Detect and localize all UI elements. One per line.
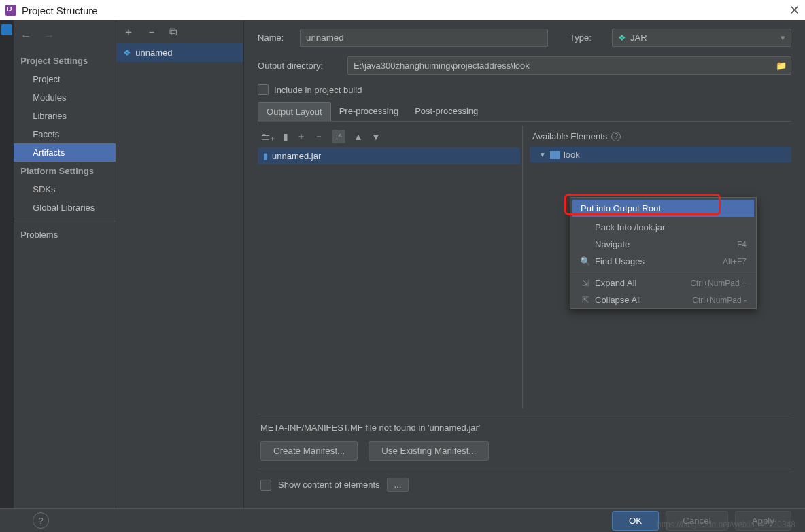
help-icon[interactable]: ? [611,132,621,141]
titlebar: Project Structure ✕ [0,0,805,20]
add-copy-icon[interactable]: ＋ [296,130,306,143]
disclose-icon[interactable]: ▼ [539,151,546,158]
gutter-icon [1,24,12,35]
context-menu-navigate[interactable]: Navigate F4 [570,236,756,253]
context-menu-pack-into[interactable]: Pack Into /look.jar [570,219,756,236]
manifest-area: META-INF/MANIFEST.MF file not found in '… [258,414,791,469]
expand-icon: ⇲ [580,278,591,288]
down-arrow-icon[interactable]: ▼ [371,131,381,142]
section-platform-settings: Platform Settings [14,162,116,180]
context-menu-collapse-all[interactable]: ⇱ Collapse All Ctrl+NumPad - [570,291,756,308]
name-label: Name: [258,33,292,43]
sort-icon[interactable]: ↓ᴬ [332,130,345,143]
available-header-label: Available Elements [532,131,607,141]
create-manifest-button[interactable]: Create Manifest... [260,441,358,461]
type-value: JAR [630,33,647,43]
tab-post-processing[interactable]: Post-processing [407,102,486,121]
use-existing-manifest-button[interactable]: Use Existing Manifest... [369,441,489,461]
sidebar-item-modules[interactable]: Modules [14,88,116,107]
section-project-settings: Project Settings [14,52,116,70]
output-dir-label: Output directory: [258,60,339,71]
show-content-checkbox[interactable] [260,480,271,491]
ok-button[interactable]: OK [612,511,659,531]
jar-type-icon: ❖ [618,33,626,43]
window-title: Project Structure [22,5,98,16]
menu-separator [570,272,756,272]
output-layout-pane: 🗀₊ ▮ ＋ － ↓ᴬ ▲ ▼ ▮ unnamed.jar [258,126,523,408]
type-label: Type: [570,33,604,43]
remove-item-icon[interactable]: － [314,130,324,143]
sidebar-item-artifacts[interactable]: Artifacts [14,143,116,162]
tabs: Output Layout Pre-processing Post-proces… [258,102,791,122]
folder-browse-icon[interactable]: 📁 [776,60,787,71]
sidebar: ← → Project Settings Project Modules Lib… [14,20,116,508]
archive-icon: ▮ [263,151,268,161]
up-arrow-icon[interactable]: ▲ [354,131,363,142]
footer-help-icon[interactable]: ? [33,512,49,529]
show-content-label: Show content of elements [278,480,380,490]
context-menu-put-into-output-root[interactable]: Put into Output Root [572,200,754,217]
type-select[interactable]: ❖ JAR [612,29,791,47]
sidebar-item-facets[interactable]: Facets [14,125,116,143]
module-icon [550,151,560,159]
sidebar-item-project[interactable]: Project [14,70,116,88]
include-build-label: Include in project build [274,85,362,95]
sidebar-item-libraries[interactable]: Libraries [14,107,116,125]
tab-output-layout[interactable]: Output Layout [258,102,331,121]
name-input[interactable] [300,29,548,47]
available-module-row[interactable]: ▼ look [530,147,791,162]
forward-arrow-icon[interactable]: → [44,30,54,42]
module-label: look [564,149,580,160]
new-archive-icon[interactable]: ▮ [283,131,288,142]
context-menu-find-usages[interactable]: 🔍 Find Usages Alt+F7 [570,253,756,270]
output-dir-value: E:\java300zhanghuiming\projectaddress\lo… [354,60,530,71]
close-icon[interactable]: ✕ [789,3,800,18]
output-dir-input[interactable]: E:\java300zhanghuiming\projectaddress\lo… [347,56,791,75]
divider [14,221,116,221]
artifact-list: ＋ － ⧉ ❖ unnamed [116,20,244,508]
sidebar-item-global-libraries[interactable]: Global Libraries [14,198,116,217]
left-gutter [0,20,14,508]
context-menu: Put into Output Root Pack Into /look.jar… [570,197,757,309]
tab-pre-processing[interactable]: Pre-processing [331,102,407,121]
add-icon[interactable]: ＋ [123,25,134,39]
artifact-entry-label: unnamed [135,48,172,58]
jar-icon: ❖ [123,48,131,58]
layout-root-label: unnamed.jar [272,151,321,161]
artifact-entry[interactable]: ❖ unnamed [116,43,243,62]
search-icon: 🔍 [580,256,591,266]
new-folder-icon[interactable]: 🗀₊ [260,131,275,142]
watermark: https://blog.csdn.net/weixin_47120348 [657,520,795,529]
app-icon [5,5,16,16]
manifest-message: META-INF/MANIFEST.MF file not found in '… [260,423,789,433]
sidebar-item-problems[interactable]: Problems [14,226,116,244]
context-menu-expand-all[interactable]: ⇲ Expand All Ctrl+NumPad + [570,274,756,291]
include-build-checkbox[interactable] [258,84,269,95]
artifact-toolbar: ＋ － ⧉ [116,20,243,43]
back-arrow-icon[interactable]: ← [20,30,31,42]
sidebar-item-sdks[interactable]: SDKs [14,180,116,198]
layout-tree-root[interactable]: ▮ unnamed.jar [258,147,520,164]
copy-icon[interactable]: ⧉ [169,26,177,38]
ellipsis-button[interactable]: ... [387,478,409,492]
collapse-icon: ⇱ [580,295,591,305]
remove-icon[interactable]: － [146,25,157,39]
